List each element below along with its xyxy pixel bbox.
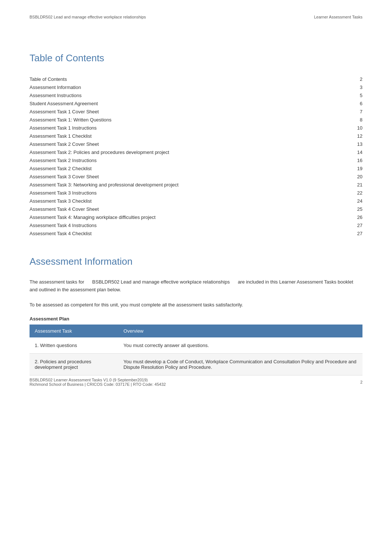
toc-entry-page: 22 <box>313 189 362 197</box>
toc-section: Table of Contents Table of Contents2Asse… <box>30 52 362 237</box>
toc-entry-page: 13 <box>313 140 362 148</box>
toc-entry-page: 25 <box>313 205 362 213</box>
toc-entry-label: Assessment Task 1 Instructions <box>30 124 313 132</box>
toc-row: Assessment Task 4: Managing workplace di… <box>30 213 362 221</box>
toc-entry-label: Assessment Task 4 Cover Sheet <box>30 205 313 213</box>
toc-entry-page: 8 <box>313 116 362 124</box>
toc-row: Assessment Task 1 Instructions10 <box>30 124 362 132</box>
toc-row: Assessment Information3 <box>30 83 362 91</box>
toc-row: Assessment Instructions5 <box>30 91 362 99</box>
toc-row: Assessment Task 1 Checklist12 <box>30 132 362 140</box>
toc-row: Assessment Task 2 Cover Sheet13 <box>30 140 362 148</box>
footer-page-number: 2 <box>360 380 362 384</box>
toc-entry-label: Assessment Instructions <box>30 91 313 99</box>
toc-entry-label: Assessment Task 1 Cover Sheet <box>30 107 313 116</box>
toc-row: Assessment Task 3: Networking and profes… <box>30 181 362 189</box>
header-right-text: Learner Assessment Tasks <box>314 15 362 19</box>
toc-entry-label: Assessment Task 3: Networking and profes… <box>30 181 313 189</box>
assessment-intro-paragraph: The assessment tasks for BSBLDR502 Lead … <box>30 278 362 294</box>
toc-entry-label: Assessment Task 3 Instructions <box>30 189 313 197</box>
toc-title: Table of Contents <box>30 52 362 64</box>
plan-overview: You must develop a Code of Conduct, Work… <box>118 354 362 375</box>
col-header-overview: Overview <box>118 325 362 337</box>
footer-line2: Richmond School of Business | CRICOS Cod… <box>30 382 166 387</box>
toc-entry-page: 10 <box>313 124 362 132</box>
plan-task: 1. Written questions <box>30 337 118 354</box>
toc-row: Assessment Task 2 Checklist19 <box>30 164 362 172</box>
toc-entry-page: 5 <box>313 91 362 99</box>
plan-label: Assessment Plan <box>30 316 362 322</box>
toc-row: Student Assessment Agreement6 <box>30 99 362 107</box>
toc-entry-page: 19 <box>313 164 362 172</box>
toc-row: Assessment Task 3 Cover Sheet20 <box>30 172 362 181</box>
assessment-plan-table: Assessment Task Overview 1. Written ques… <box>30 325 362 375</box>
toc-entry-page: 21 <box>313 181 362 189</box>
toc-entry-page: 26 <box>313 213 362 221</box>
toc-entry-label: Table of Contents <box>30 75 313 83</box>
assessment-info-section: Assessment Information The assessment ta… <box>30 256 362 375</box>
plan-overview: You must correctly answer all questions. <box>118 337 362 354</box>
toc-entry-label: Assessment Task 4 Instructions <box>30 221 313 229</box>
toc-row: Assessment Task 2: Policies and procedur… <box>30 148 362 156</box>
toc-entry-page: 7 <box>313 107 362 116</box>
toc-entry-label: Assessment Task 2 Cover Sheet <box>30 140 313 148</box>
toc-entry-label: Assessment Task 3 Cover Sheet <box>30 172 313 181</box>
toc-entry-label: Assessment Task 1 Checklist <box>30 132 313 140</box>
toc-entry-label: Assessment Task 1: Written Questions <box>30 116 313 124</box>
toc-entry-page: 14 <box>313 148 362 156</box>
toc-row: Assessment Task 3 Instructions22 <box>30 189 362 197</box>
toc-entry-label: Assessment Task 2 Instructions <box>30 156 313 164</box>
toc-entry-page: 27 <box>313 229 362 237</box>
toc-entry-page: 27 <box>313 221 362 229</box>
toc-entry-label: Assessment Information <box>30 83 313 91</box>
toc-row: Assessment Task 4 Instructions27 <box>30 221 362 229</box>
plan-row: 1. Written questionsYou must correctly a… <box>30 337 362 354</box>
toc-row: Assessment Task 4 Checklist27 <box>30 229 362 237</box>
toc-entry-page: 2 <box>313 75 362 83</box>
toc-entry-page: 20 <box>313 172 362 181</box>
col-header-task: Assessment Task <box>30 325 118 337</box>
plan-task: 2. Policies and procedures development p… <box>30 354 118 375</box>
unit-code: BSBLDR502 Lead and manage effective work… <box>92 279 230 285</box>
toc-row: Assessment Task 1 Cover Sheet7 <box>30 107 362 116</box>
assessment-info-title: Assessment Information <box>30 256 362 267</box>
toc-entry-page: 3 <box>313 83 362 91</box>
toc-entry-label: Assessment Task 2: Policies and procedur… <box>30 148 313 156</box>
toc-row: Table of Contents2 <box>30 75 362 83</box>
toc-entry-label: Assessment Task 2 Checklist <box>30 164 313 172</box>
toc-entry-label: Assessment Task 3 Checklist <box>30 197 313 205</box>
toc-entry-label: Assessment Task 4: Managing workplace di… <box>30 213 313 221</box>
header-left-text: BSBLDR502 Lead and manage effective work… <box>30 15 146 19</box>
page-footer: BSBLDR502 Learner Assessment Tasks V1.0 … <box>30 378 362 387</box>
toc-entry-page: 16 <box>313 156 362 164</box>
toc-table: Table of Contents2Assessment Information… <box>30 75 362 237</box>
toc-entry-label: Assessment Task 4 Checklist <box>30 229 313 237</box>
competency-text: To be assessed as competent for this uni… <box>30 301 362 309</box>
toc-entry-page: 6 <box>313 99 362 107</box>
toc-entry-page: 24 <box>313 197 362 205</box>
toc-entry-page: 12 <box>313 132 362 140</box>
toc-row: Assessment Task 3 Checklist24 <box>30 197 362 205</box>
footer-left: BSBLDR502 Learner Assessment Tasks V1.0 … <box>30 378 166 387</box>
toc-row: Assessment Task 2 Instructions16 <box>30 156 362 164</box>
toc-entry-label: Student Assessment Agreement <box>30 99 313 107</box>
intro-part1: The assessment tasks for <box>30 279 84 285</box>
page-header: BSBLDR502 Lead and manage effective work… <box>30 15 362 23</box>
footer-line1: BSBLDR502 Learner Assessment Tasks V1.0 … <box>30 378 166 382</box>
plan-row: 2. Policies and procedures development p… <box>30 354 362 375</box>
toc-row: Assessment Task 4 Cover Sheet25 <box>30 205 362 213</box>
toc-row: Assessment Task 1: Written Questions8 <box>30 116 362 124</box>
